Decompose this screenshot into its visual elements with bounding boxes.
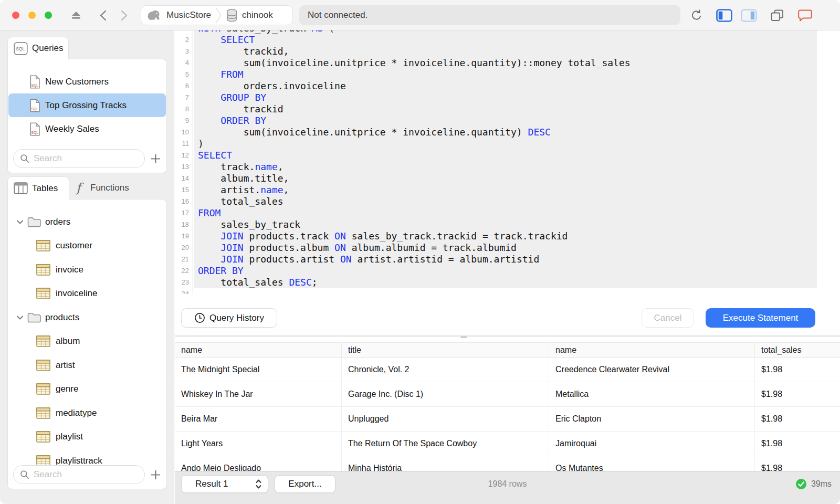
tree-table-invoice[interactable]: invoice bbox=[8, 258, 166, 282]
export-label: Export... bbox=[288, 479, 321, 489]
tree-table-invoiceline[interactable]: invoiceline bbox=[8, 282, 166, 306]
tables-tree: orderscustomerinvoiceinvoicelineproducts… bbox=[8, 200, 166, 465]
tree-folder-products[interactable]: products bbox=[8, 306, 166, 330]
result-cell[interactable]: Ando Meio Desligado bbox=[175, 456, 342, 471]
line-number: 24 bbox=[175, 288, 193, 294]
sql-editor[interactable]: 123456789101112131415161718192021222324 … bbox=[175, 30, 840, 294]
result-cell[interactable]: $1.98 bbox=[755, 432, 840, 456]
result-row[interactable]: Light YearsThe Return Of The Space Cowbo… bbox=[175, 432, 840, 456]
svg-text:ƒ: ƒ bbox=[76, 181, 84, 195]
back-button[interactable] bbox=[100, 10, 107, 21]
query-item-top-grossing-tracks[interactable]: SQLTop Grossing Tracks bbox=[8, 93, 166, 117]
breadcrumb-database[interactable]: chinook bbox=[242, 10, 273, 20]
forward-button[interactable] bbox=[121, 10, 128, 21]
column-header-title[interactable]: title bbox=[342, 343, 549, 357]
tab-queries[interactable]: SQL Queries bbox=[7, 37, 69, 59]
code-line: ORDER BY bbox=[194, 265, 817, 277]
database-icon bbox=[226, 8, 238, 23]
svg-text:SQL: SQL bbox=[16, 47, 25, 51]
tab-queries-label: Queries bbox=[32, 43, 64, 54]
query-item-new-customers[interactable]: SQLNew Customers bbox=[8, 70, 166, 93]
minimize-window-button[interactable] bbox=[28, 12, 36, 19]
result-row[interactable]: The Midnight SpecialChronicle, Vol. 2Cre… bbox=[175, 358, 840, 382]
result-cell[interactable]: Eric Clapton bbox=[549, 407, 755, 431]
result-cell[interactable]: $1.98 bbox=[755, 456, 840, 471]
query-item-weekly-sales[interactable]: SQLWeekly Sales bbox=[8, 117, 166, 141]
execute-label: Execute Statement bbox=[723, 313, 799, 323]
query-history-button[interactable]: Query History bbox=[181, 308, 277, 328]
line-number: 3 bbox=[175, 46, 193, 57]
toggle-right-sidebar-button[interactable] bbox=[741, 9, 757, 22]
tree-table-label: genre bbox=[56, 384, 78, 394]
tab-tables[interactable]: Tables bbox=[7, 176, 69, 200]
code-line: track.name, bbox=[194, 161, 817, 173]
result-selector-label: Result 1 bbox=[195, 479, 228, 489]
result-cell[interactable]: Jamiroquai bbox=[549, 432, 755, 456]
chevron-down-icon bbox=[16, 315, 24, 320]
tab-tables-label: Tables bbox=[32, 183, 58, 194]
result-cell[interactable]: $1.98 bbox=[755, 358, 840, 382]
execute-statement-button[interactable]: Execute Statement bbox=[706, 308, 815, 328]
splitter-drag-handle[interactable] bbox=[460, 336, 467, 338]
result-cell[interactable]: $1.98 bbox=[755, 407, 840, 431]
result-cell[interactable]: Garage Inc. (Disc 1) bbox=[342, 382, 549, 406]
queries-search[interactable] bbox=[13, 149, 145, 168]
tab-functions[interactable]: ƒ Functions bbox=[76, 176, 129, 200]
line-number: 18 bbox=[175, 219, 193, 230]
tree-table-playlist[interactable]: playlist bbox=[8, 425, 166, 449]
result-cell[interactable]: Unplugged bbox=[342, 407, 549, 431]
tree-table-playlisttrack[interactable]: playlisttrack bbox=[8, 449, 166, 465]
toggle-left-sidebar-button[interactable] bbox=[716, 9, 732, 22]
cancel-button[interactable]: Cancel bbox=[642, 308, 694, 328]
result-cell[interactable]: Metallica bbox=[549, 382, 755, 406]
tables-search-input[interactable] bbox=[34, 469, 138, 480]
table-icon bbox=[36, 335, 50, 347]
zoom-window-button[interactable] bbox=[45, 12, 52, 19]
results-panel: nametitlenametotal_sales The Midnight Sp… bbox=[175, 336, 840, 471]
export-button[interactable]: Export... bbox=[275, 475, 335, 493]
line-number: 22 bbox=[175, 265, 193, 277]
line-number: 13 bbox=[175, 161, 193, 173]
add-query-button[interactable] bbox=[148, 151, 163, 166]
code-line: trackid, bbox=[194, 46, 817, 57]
column-header-name[interactable]: name bbox=[549, 343, 755, 357]
result-cell[interactable]: Chronicle, Vol. 2 bbox=[342, 358, 549, 382]
result-cell[interactable]: $1.98 bbox=[755, 382, 840, 406]
tree-table-album[interactable]: album bbox=[8, 330, 166, 354]
result-cell[interactable]: The Return Of The Space Cowboy bbox=[342, 432, 549, 456]
tree-folder-orders[interactable]: orders bbox=[8, 210, 166, 234]
feedback-chat-button[interactable] bbox=[797, 9, 813, 22]
result-cell[interactable]: The Midnight Special bbox=[175, 358, 342, 382]
sql-file-icon: SQL bbox=[29, 99, 40, 112]
tree-table-artist[interactable]: artist bbox=[8, 353, 166, 377]
eject-icon[interactable] bbox=[70, 10, 82, 20]
close-window-button[interactable] bbox=[12, 12, 19, 19]
refresh-button[interactable] bbox=[690, 9, 703, 22]
column-header-total-sales[interactable]: total_sales bbox=[755, 343, 840, 357]
result-cell[interactable]: Os Mutantes bbox=[549, 456, 755, 471]
result-row[interactable]: Whiskey In The JarGarage Inc. (Disc 1)Me… bbox=[175, 382, 840, 407]
result-cell[interactable]: Whiskey In The Jar bbox=[175, 382, 342, 406]
result-cell[interactable]: Light Years bbox=[175, 432, 342, 456]
queries-search-input[interactable] bbox=[34, 153, 138, 164]
tree-table-mediatype[interactable]: mediatype bbox=[8, 401, 166, 425]
windows-button[interactable] bbox=[770, 9, 784, 22]
column-header-name[interactable]: name bbox=[175, 343, 342, 357]
result-row[interactable]: Ando Meio DesligadoMinha HistóriaOs Muta… bbox=[175, 456, 840, 471]
breadcrumb-server[interactable]: MusicStore bbox=[166, 10, 211, 20]
result-cell[interactable]: Beira Mar bbox=[175, 407, 342, 431]
function-icon: ƒ bbox=[76, 180, 86, 196]
line-number: 1 bbox=[175, 30, 193, 34]
tables-search[interactable] bbox=[13, 465, 145, 484]
result-cell[interactable]: Creedence Clearwater Revival bbox=[549, 358, 755, 382]
svg-text:SQL: SQL bbox=[31, 131, 38, 135]
add-table-button[interactable] bbox=[148, 467, 163, 482]
result-cell[interactable]: Minha História bbox=[342, 456, 549, 471]
tree-table-genre[interactable]: genre bbox=[8, 377, 166, 402]
result-row[interactable]: Beira MarUnpluggedEric Clapton$1.98 bbox=[175, 407, 840, 432]
clock-icon bbox=[194, 312, 205, 323]
result-selector[interactable]: Result 1 bbox=[181, 475, 268, 493]
table-columns-icon bbox=[14, 182, 28, 194]
code-area[interactable]: WITH sales_by_track AS ( SELECT trackid,… bbox=[194, 30, 840, 294]
tree-table-customer[interactable]: customer bbox=[8, 234, 166, 258]
